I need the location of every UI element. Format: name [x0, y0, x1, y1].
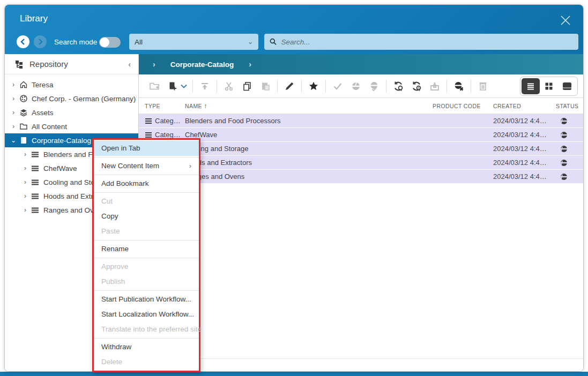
- table-row[interactable]: Categ… ChefWave 2024/03/12 4:4…: [139, 128, 583, 141]
- status-cell: [556, 173, 583, 181]
- card-view-button[interactable]: [558, 78, 576, 94]
- type-filter-value: All: [135, 38, 143, 46]
- table-row[interactable]: Categ… Ranges and Ovens 2024/03/12 4:4…: [139, 170, 583, 183]
- category-icon: [31, 150, 40, 159]
- content-toolbar: [139, 74, 583, 98]
- list-view-button[interactable]: [522, 78, 540, 94]
- localization-workflow-button[interactable]: [409, 78, 424, 94]
- column-header-created[interactable]: CREATED: [493, 103, 556, 109]
- name-cell: Ranges and Ovens: [185, 172, 433, 181]
- menu-item-paste[interactable]: Paste: [94, 224, 199, 239]
- arrow-right-icon: [36, 38, 44, 46]
- search-mode-toggle[interactable]: [99, 37, 121, 48]
- thumbnail-view-button[interactable]: [540, 78, 558, 94]
- tree-item-teresa[interactable]: › Teresa: [5, 78, 138, 92]
- back-button[interactable]: [17, 35, 29, 48]
- search-icon: [270, 38, 277, 46]
- breadcrumb-chevron-icon[interactable]: ›: [249, 60, 251, 69]
- menu-item-withdraw[interactable]: Withdraw: [94, 340, 199, 355]
- close-button[interactable]: [557, 12, 574, 28]
- paste-button[interactable]: [258, 78, 273, 94]
- status-cell: [556, 131, 583, 139]
- copy-button[interactable]: [240, 78, 255, 94]
- menu-item-approve[interactable]: Approve: [94, 259, 199, 274]
- menu-item-add-bookmark[interactable]: Add Bookmark: [94, 176, 199, 191]
- toolbar-separator: [301, 80, 302, 93]
- new-folder-button[interactable]: [147, 78, 162, 94]
- toolbar-separator: [192, 80, 193, 93]
- collapse-sidebar-button[interactable]: ‹: [128, 60, 131, 69]
- bookmark-button[interactable]: [306, 78, 321, 94]
- expander-icon[interactable]: ›: [10, 123, 17, 130]
- delete-button[interactable]: [475, 78, 490, 94]
- window-body: Repository ‹ › Teresa ›: [5, 54, 583, 372]
- publish-check-button[interactable]: [367, 78, 382, 94]
- upload-button[interactable]: [197, 78, 212, 94]
- expander-icon[interactable]: ›: [22, 178, 28, 186]
- new-content-item-dropdown[interactable]: [180, 78, 188, 94]
- menu-item-cut[interactable]: Cut: [94, 194, 199, 209]
- table-row[interactable]: Categ… Cooling and Storage 2024/03/12 4:…: [139, 142, 583, 155]
- context-menu: Open in Tab New Content Item› Add Bookma…: [92, 138, 200, 372]
- toolbar-separator: [446, 80, 447, 93]
- menu-item-open-in-tab[interactable]: Open in Tab: [94, 141, 199, 156]
- withdraw-button[interactable]: [451, 78, 466, 94]
- expander-icon[interactable]: ›: [10, 109, 17, 116]
- column-header-type[interactable]: TYPE: [145, 103, 185, 109]
- forward-button[interactable]: [34, 35, 47, 48]
- publication-workflow-button[interactable]: [391, 78, 406, 94]
- approve-button[interactable]: [330, 78, 345, 94]
- name-cell: Hoods and Extractors: [185, 159, 433, 167]
- submenu-arrow-icon: ›: [189, 159, 191, 174]
- table-row[interactable]: Categ… Hoods and Extractors 2024/03/12 4…: [139, 156, 583, 169]
- menu-item-publish[interactable]: Publish: [94, 274, 199, 289]
- repository-title: Repository: [29, 59, 68, 69]
- tree-item-label: Corporate-Catalog: [32, 137, 91, 145]
- column-header-product-code[interactable]: PRODUCT CODE: [433, 103, 493, 109]
- tree-item-all-content[interactable]: › All Content: [5, 119, 138, 133]
- publish-button[interactable]: [348, 78, 363, 94]
- edit-button[interactable]: [282, 78, 297, 94]
- column-header-status[interactable]: STATUS: [556, 103, 583, 109]
- search-input[interactable]: [281, 38, 573, 46]
- new-content-item-button[interactable]: [165, 78, 180, 94]
- menu-item-delete[interactable]: Delete: [94, 355, 199, 370]
- expander-icon[interactable]: ›: [22, 164, 28, 172]
- menu-item-copy[interactable]: Copy: [94, 209, 199, 224]
- tree-item-chef-corp[interactable]: › Chef Corp. - German (Germany): [5, 92, 138, 106]
- cut-button[interactable]: [221, 78, 236, 94]
- table-row[interactable]: Categ… Blenders and Food Processors 2024…: [139, 114, 583, 127]
- app-background-strip: [0, 372, 588, 376]
- expander-icon[interactable]: ›: [22, 151, 28, 158]
- home-icon: [19, 80, 28, 89]
- type-cell: Categ…: [145, 117, 185, 125]
- menu-item-new-content-item[interactable]: New Content Item›: [94, 159, 199, 174]
- menu-item-start-publication-workflow[interactable]: Start Publication Workflow...: [94, 292, 199, 307]
- expander-icon[interactable]: ›: [22, 192, 28, 200]
- tree-item-label: Teresa: [32, 81, 54, 89]
- breadcrumb-item[interactable]: Corporate-Catalog: [170, 61, 234, 69]
- menu-item-start-localization-workflow[interactable]: Start Localization Workflow...: [94, 307, 199, 322]
- expander-icon[interactable]: ›: [10, 95, 17, 102]
- expander-icon[interactable]: ›: [10, 81, 17, 88]
- published-status-icon: [560, 159, 568, 167]
- menu-separator: [94, 157, 199, 157]
- expander-icon[interactable]: ›: [22, 206, 28, 214]
- type-filter-dropdown[interactable]: All ⌄: [129, 34, 258, 50]
- tree-item-label: ChefWave: [43, 164, 77, 172]
- chevron-down-icon: [181, 84, 187, 88]
- name-cell: Cooling and Storage: [185, 145, 433, 153]
- list-view-icon: [526, 81, 535, 91]
- category-icon: [31, 164, 40, 173]
- search-field: [264, 34, 578, 50]
- status-bar: 0 items: [139, 358, 583, 372]
- published-status-icon: [560, 145, 568, 153]
- checkin-button[interactable]: [427, 78, 442, 94]
- tree-item-assets[interactable]: › Assets: [5, 106, 138, 119]
- menu-item-rename[interactable]: Rename: [94, 242, 199, 257]
- menu-separator: [94, 290, 199, 291]
- expander-icon[interactable]: ⌄: [10, 137, 17, 144]
- column-header-name[interactable]: NAME ↑: [185, 102, 433, 110]
- menu-item-translate-preferred-site[interactable]: Translate into the preferred site: [94, 322, 199, 337]
- breadcrumb-chevron-icon[interactable]: ›: [153, 60, 155, 69]
